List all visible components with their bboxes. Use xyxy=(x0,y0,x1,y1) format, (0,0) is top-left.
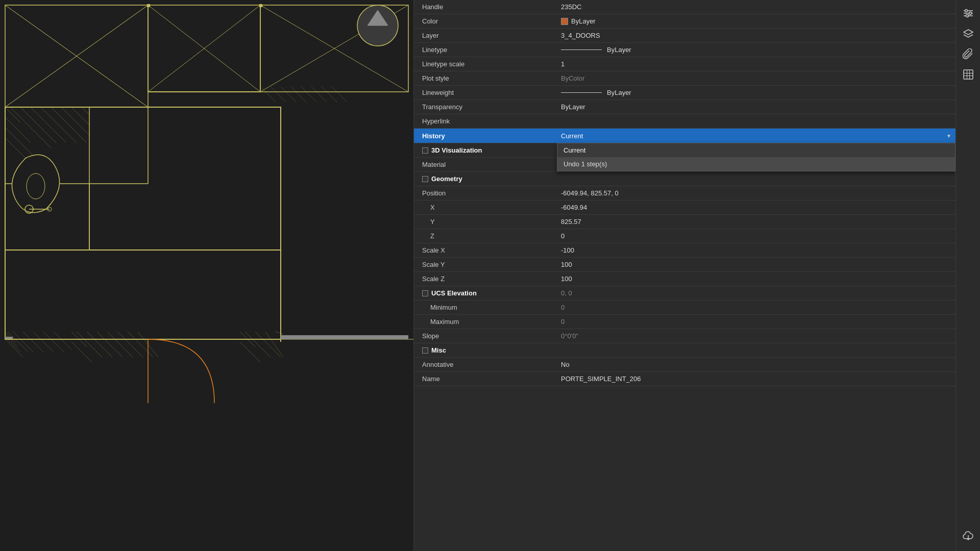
section-geometry[interactable]: Geometry xyxy=(414,172,955,186)
prop-row-linetype-scale: Linetype scale 1 xyxy=(414,57,955,71)
label-linetype-scale: Linetype scale xyxy=(414,58,557,70)
prop-row-color: Color ByLayer xyxy=(414,14,955,29)
section-collapse-3d[interactable] xyxy=(422,147,428,154)
label-color: Color xyxy=(414,15,557,27)
color-swatch xyxy=(561,18,568,25)
prop-row-annotative: Annotative No xyxy=(414,358,955,372)
prop-row-z: Z 0 xyxy=(414,229,955,243)
value-scale-y: 100 xyxy=(557,259,955,270)
prop-row-history[interactable]: History Current ▼ Current Undo 1 step(s) xyxy=(414,129,955,143)
label-transparency: Transparency xyxy=(414,101,557,113)
label-y: Y xyxy=(414,216,557,228)
label-hyperlink: Hyperlink xyxy=(414,115,557,127)
label-handle: Handle xyxy=(414,1,557,13)
history-option-undo[interactable]: Undo 1 step(s) xyxy=(557,157,955,171)
lineweight-text: ByLayer xyxy=(607,89,631,96)
history-option-current[interactable]: Current xyxy=(557,143,955,157)
prop-row-linetype: Linetype ByLayer xyxy=(414,43,955,57)
chevron-down-icon: ▼ xyxy=(946,133,951,139)
prop-row-scale-z: Scale Z 100 xyxy=(414,272,955,286)
label-layer: Layer xyxy=(414,30,557,41)
cloud-icon[interactable] xyxy=(959,527,977,545)
label-scale-x: Scale X xyxy=(414,244,557,256)
label-scale-y: Scale Y xyxy=(414,259,557,270)
label-history: History xyxy=(414,130,557,142)
label-misc: Misc xyxy=(414,344,557,356)
paperclip-icon[interactable] xyxy=(959,45,977,63)
label-scale-z: Scale Z xyxy=(414,273,557,285)
prop-row-name: Name PORTE_SIMPLE_INT_206 xyxy=(414,372,955,386)
svg-point-83 xyxy=(966,15,968,17)
layers-icon[interactable] xyxy=(959,24,977,43)
cad-viewport[interactable] xyxy=(0,0,413,551)
label-maximum: Maximum xyxy=(414,316,557,328)
svg-rect-69 xyxy=(259,4,262,7)
prop-row-hyperlink: Hyperlink xyxy=(414,114,955,129)
value-maximum: 0 xyxy=(557,316,955,328)
section-ucs-elevation[interactable]: UCS Elevation 0, 0 xyxy=(414,286,955,300)
svg-rect-65 xyxy=(281,335,408,339)
prop-row-scale-y: Scale Y 100 xyxy=(414,258,955,272)
section-collapse-geometry[interactable] xyxy=(422,176,428,182)
svg-rect-64 xyxy=(5,337,13,339)
label-ucs-elevation: UCS Elevation xyxy=(414,287,557,299)
linetype-text: ByLayer xyxy=(607,46,631,54)
value-minimum: 0 xyxy=(557,302,955,313)
history-select[interactable]: Current ▼ xyxy=(557,129,955,143)
properties-panel: Handle 235DC Color ByLayer Layer 3_4_DOO… xyxy=(413,0,955,551)
value-misc xyxy=(557,348,955,353)
label-material: Material xyxy=(414,159,557,170)
value-annotative: No xyxy=(557,359,955,370)
value-handle: 235DC xyxy=(557,1,955,13)
history-dropdown-menu[interactable]: Current Undo 1 step(s) xyxy=(557,143,955,171)
section-collapse-ucs[interactable] xyxy=(422,290,428,296)
value-scale-z: 100 xyxy=(557,273,955,285)
linetype-sample xyxy=(561,49,602,50)
section-misc[interactable]: Misc xyxy=(414,343,955,358)
prop-row-handle: Handle 235DC xyxy=(414,0,955,14)
label-slope: Slope xyxy=(414,330,557,342)
value-z: 0 xyxy=(557,230,955,242)
label-linetype: Linetype xyxy=(414,44,557,56)
svg-marker-84 xyxy=(964,30,973,35)
section-collapse-misc[interactable] xyxy=(422,347,428,354)
value-plot-style: ByColor xyxy=(557,72,955,84)
value-x: -6049.94 xyxy=(557,202,955,213)
value-transparency: ByLayer xyxy=(557,101,955,113)
value-position: -6049.94, 825.57, 0 xyxy=(557,187,955,199)
value-hyperlink xyxy=(557,119,955,123)
svg-rect-68 xyxy=(147,4,150,7)
label-geometry: Geometry xyxy=(414,173,557,185)
prop-row-plot-style: Plot style ByColor xyxy=(414,71,955,86)
value-linetype[interactable]: ByLayer xyxy=(557,44,955,56)
prop-row-x: X -6049.94 xyxy=(414,201,955,215)
prop-row-transparency: Transparency ByLayer xyxy=(414,100,955,114)
value-scale-x: -100 xyxy=(557,244,955,256)
svg-point-79 xyxy=(965,10,967,12)
label-plot-style: Plot style xyxy=(414,72,557,84)
label-z: Z xyxy=(414,230,557,242)
svg-rect-85 xyxy=(964,70,973,79)
value-geometry xyxy=(557,177,955,181)
right-toolbar xyxy=(955,0,980,551)
prop-row-slope: Slope 0°0'0" xyxy=(414,329,955,343)
label-position: Position xyxy=(414,187,557,199)
value-name: PORTE_SIMPLE_INT_206 xyxy=(557,373,955,385)
label-minimum: Minimum xyxy=(414,302,557,313)
value-slope: 0°0'0" xyxy=(557,330,955,342)
prop-row-scale-x: Scale X -100 xyxy=(414,243,955,258)
lineweight-sample xyxy=(561,92,602,93)
sliders-icon[interactable] xyxy=(959,4,977,22)
history-selected-value: Current xyxy=(561,132,583,140)
prop-row-minimum: Minimum 0 xyxy=(414,300,955,315)
label-3d-visualization: 3D Visualization xyxy=(414,144,557,156)
svg-point-81 xyxy=(969,12,971,15)
value-layer: 3_4_DOORS xyxy=(557,30,955,41)
history-dropdown-wrapper[interactable]: Current ▼ Current Undo 1 step(s) xyxy=(557,129,955,143)
value-lineweight[interactable]: ByLayer xyxy=(557,87,955,98)
value-ucs-elevation: 0, 0 xyxy=(557,287,955,299)
svg-rect-0 xyxy=(0,0,413,551)
properties-scroll[interactable]: Handle 235DC Color ByLayer Layer 3_4_DOO… xyxy=(414,0,955,551)
grid-icon[interactable] xyxy=(959,65,977,84)
value-color[interactable]: ByLayer xyxy=(557,15,955,27)
